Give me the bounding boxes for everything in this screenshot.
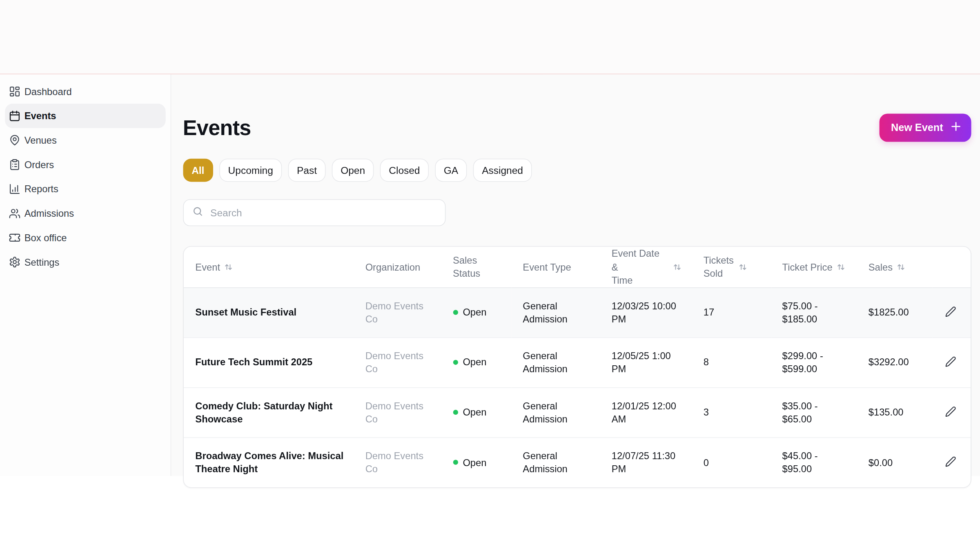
layout-dashboard-icon (8, 85, 21, 98)
column-label: Organization (365, 262, 421, 272)
edit-event-button[interactable] (943, 355, 957, 370)
sidebar-item-label: Admissions (24, 208, 74, 219)
column-header-event_type: Event Type (512, 247, 600, 287)
column-label: Event (195, 262, 220, 272)
tickets-sold: 17 (704, 307, 714, 318)
sidebar-item-orders[interactable]: Orders (5, 152, 165, 177)
column-label: Event Type (523, 262, 571, 272)
sales-amount: $0.00 (869, 457, 893, 468)
organization: Demo Events Co (365, 300, 423, 324)
new-event-label: New Event (891, 122, 943, 133)
table-body: Sunset Music FestivalDemo Events CoOpenG… (183, 287, 971, 487)
column-label: Event Date &Time (612, 247, 668, 287)
sales-amount: $135.00 (869, 407, 904, 418)
table-row: Broadway Comes Alive: Musical Theatre Ni… (183, 437, 971, 487)
gear-icon (8, 256, 21, 269)
event-datetime: 12/03/25 10:00 PM (612, 300, 676, 324)
sales-status: Open (453, 406, 500, 419)
page-header: Events New Event (183, 114, 971, 142)
column-label: Ticket Price (782, 262, 833, 272)
ticket-price: $45.00 - $95.00 (782, 450, 818, 474)
sort-icon (837, 263, 845, 271)
filter-open[interactable]: Open (332, 159, 374, 182)
search-input[interactable] (210, 207, 436, 218)
sidebar-nav: DashboardEventsVenuesOrdersReportsAdmiss… (0, 79, 171, 274)
status-dot-icon (453, 360, 458, 365)
event-datetime: 12/07/25 11:30 PM (612, 450, 676, 474)
column-label: SalesStatus (453, 255, 480, 279)
events-table-card: EventOrganizationSalesStatusEvent TypeEv… (183, 246, 971, 488)
sidebar-item-venues[interactable]: Venues (5, 128, 165, 153)
sidebar-item-dashboard[interactable]: Dashboard (5, 79, 165, 104)
organization: Demo Events Co (365, 400, 423, 424)
filter-bar: AllUpcomingPastOpenClosedGAAssigned (183, 159, 971, 182)
pencil-icon (945, 356, 956, 369)
filter-upcoming[interactable]: Upcoming (219, 159, 282, 182)
event-name: Comedy Club: Saturday Night Showcase (195, 400, 332, 424)
sidebar: DashboardEventsVenuesOrdersReportsAdmiss… (0, 74, 171, 476)
sidebar-item-events[interactable]: Events (5, 104, 165, 128)
status-label: Open (463, 306, 486, 319)
filter-past[interactable]: Past (288, 159, 326, 182)
status-dot-icon (453, 460, 458, 465)
status-dot-icon (453, 410, 458, 415)
tickets-sold: 0 (704, 457, 709, 468)
column-header-event[interactable]: Event (183, 247, 354, 287)
sidebar-item-admissions[interactable]: Admissions (5, 201, 165, 226)
sales-amount: $1825.00 (869, 307, 909, 318)
column-header-actions (932, 247, 971, 287)
top-band (0, 0, 980, 74)
column-header-organization: Organization (354, 247, 441, 287)
sales-status: Open (453, 306, 500, 319)
column-header-ticket_price[interactable]: Ticket Price (771, 247, 857, 287)
plus-icon (950, 120, 962, 135)
event-type: General Admission (523, 450, 567, 474)
sidebar-item-box-office[interactable]: Box office (5, 226, 165, 250)
ticket-price: $75.00 - $185.00 (782, 300, 818, 324)
column-header-sales[interactable]: Sales (857, 247, 932, 287)
filter-all[interactable]: All (183, 159, 213, 182)
pencil-icon (945, 306, 956, 319)
event-name: Broadway Comes Alive: Musical Theatre Ni… (195, 450, 343, 474)
ticket-price: $35.00 - $65.00 (782, 400, 818, 424)
edit-event-button[interactable] (943, 455, 957, 470)
sales-status: Open (453, 456, 500, 469)
edit-event-button[interactable] (943, 304, 957, 320)
sort-icon (673, 263, 681, 271)
column-label: TicketsSold (704, 253, 734, 280)
column-header-tickets_sold[interactable]: TicketsSold (692, 247, 771, 287)
events-table: EventOrganizationSalesStatusEvent TypeEv… (183, 247, 971, 487)
sidebar-item-label: Dashboard (24, 86, 72, 97)
organization: Demo Events Co (365, 350, 423, 374)
status-label: Open (463, 406, 486, 419)
edit-event-button[interactable] (943, 404, 957, 420)
event-type: General Admission (523, 350, 567, 374)
search-box (183, 199, 445, 226)
new-event-button[interactable]: New Event (879, 114, 971, 142)
filter-assigned[interactable]: Assigned (473, 159, 532, 182)
event-name: Sunset Music Festival (195, 307, 296, 318)
organization: Demo Events Co (365, 450, 423, 474)
map-pin-icon (8, 134, 21, 147)
sidebar-item-label: Reports (24, 183, 58, 195)
status-dot-icon (453, 310, 458, 315)
ticket-icon (8, 231, 21, 244)
sort-icon (225, 263, 233, 271)
table-row: Future Tech Summit 2025Demo Events CoOpe… (183, 338, 971, 387)
filter-ga[interactable]: GA (435, 159, 467, 182)
screen: DashboardEventsVenuesOrdersReportsAdmiss… (0, 0, 980, 551)
sidebar-item-settings[interactable]: Settings (5, 250, 165, 274)
ticket-price: $299.00 - $599.00 (782, 350, 823, 374)
status-label: Open (463, 456, 486, 469)
column-header-datetime[interactable]: Event Date &Time (600, 247, 692, 287)
filter-closed[interactable]: Closed (380, 159, 429, 182)
clipboard-list-icon (8, 158, 21, 171)
tickets-sold: 3 (704, 407, 709, 418)
sidebar-item-reports[interactable]: Reports (5, 177, 165, 201)
event-datetime: 12/05/25 1:00 PM (612, 350, 671, 374)
pencil-icon (945, 406, 956, 419)
users-icon (8, 207, 21, 220)
table-row: Sunset Music FestivalDemo Events CoOpenG… (183, 287, 971, 337)
column-header-sales_status: SalesStatus (441, 247, 511, 287)
event-type: General Admission (523, 300, 567, 324)
